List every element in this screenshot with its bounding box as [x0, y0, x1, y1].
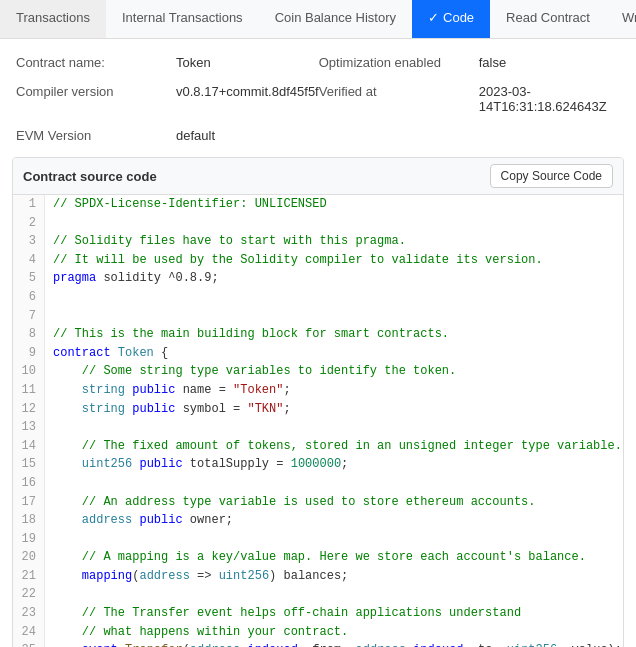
compiler-version-value: v0.8.17+commit.8df45f5f — [176, 82, 319, 116]
code-line: 10 // Some string type variables to iden… — [13, 362, 623, 381]
tabs-bar: Transactions Internal Transactions Coin … — [0, 0, 636, 39]
code-line: 23 // The Transfer event helps off-chain… — [13, 604, 623, 623]
line-number: 23 — [13, 604, 45, 623]
line-content: pragma solidity ^0.8.9; — [45, 269, 623, 288]
line-number: 6 — [13, 288, 45, 307]
code-line: 8// This is the main building block for … — [13, 325, 623, 344]
code-container[interactable]: 1// SPDX-License-Identifier: UNLICENSED2… — [13, 195, 623, 647]
contract-info: Contract name: Token Optimization enable… — [0, 39, 636, 153]
code-line: 4// It will be used by the Solidity comp… — [13, 251, 623, 270]
line-number: 17 — [13, 493, 45, 512]
line-number: 20 — [13, 548, 45, 567]
line-content: // The Transfer event helps off-chain ap… — [45, 604, 623, 623]
line-content: // A mapping is a key/value map. Here we… — [45, 548, 623, 567]
line-number: 4 — [13, 251, 45, 270]
line-content: // what happens within your contract. — [45, 623, 623, 642]
tab-code[interactable]: ✓ Code — [412, 0, 490, 38]
code-line: 16 — [13, 474, 623, 493]
evm-version-label: EVM Version — [16, 126, 176, 145]
line-number: 21 — [13, 567, 45, 586]
line-number: 13 — [13, 418, 45, 437]
line-content: // The fixed amount of tokens, stored in… — [45, 437, 623, 456]
code-line: 25 event Transfer(address indexed _from,… — [13, 641, 623, 647]
line-content: // This is the main building block for s… — [45, 325, 623, 344]
line-number: 16 — [13, 474, 45, 493]
line-content: contract Token { — [45, 344, 623, 363]
line-number: 19 — [13, 530, 45, 549]
line-number: 11 — [13, 381, 45, 400]
code-line: 22 — [13, 585, 623, 604]
line-number: 12 — [13, 400, 45, 419]
tab-internal-transactions[interactable]: Internal Transactions — [106, 0, 259, 38]
source-title: Contract source code — [23, 169, 157, 184]
code-line: 24 // what happens within your contract. — [13, 623, 623, 642]
copy-source-code-button[interactable]: Copy Source Code — [490, 164, 613, 188]
line-content: string public name = "Token"; — [45, 381, 623, 400]
line-number: 18 — [13, 511, 45, 530]
code-line: 5pragma solidity ^0.8.9; — [13, 269, 623, 288]
line-number: 7 — [13, 307, 45, 326]
tab-transactions[interactable]: Transactions — [0, 0, 106, 38]
line-content: // Solidity files have to start with thi… — [45, 232, 623, 251]
tab-read-contract[interactable]: Read Contract — [490, 0, 606, 38]
line-content: // It will be used by the Solidity compi… — [45, 251, 623, 270]
code-line: 18 address public owner; — [13, 511, 623, 530]
line-number: 15 — [13, 455, 45, 474]
line-number: 2 — [13, 214, 45, 233]
source-header: Contract source code Copy Source Code — [13, 158, 623, 195]
line-content: // An address type variable is used to s… — [45, 493, 623, 512]
line-content: // Some string type variables to identif… — [45, 362, 623, 381]
compiler-version-label: Compiler version — [16, 82, 176, 116]
line-content: string public symbol = "TKN"; — [45, 400, 623, 419]
code-line: 1// SPDX-License-Identifier: UNLICENSED — [13, 195, 623, 214]
checkmark-icon: ✓ — [428, 10, 439, 25]
line-number: 3 — [13, 232, 45, 251]
code-line: 14 // The fixed amount of tokens, stored… — [13, 437, 623, 456]
code-line: 12 string public symbol = "TKN"; — [13, 400, 623, 419]
code-line: 6 — [13, 288, 623, 307]
line-number: 8 — [13, 325, 45, 344]
code-line: 9contract Token { — [13, 344, 623, 363]
code-line: 21 mapping(address => uint256) balances; — [13, 567, 623, 586]
verified-at-label: Verified at — [319, 82, 479, 116]
code-line: 19 — [13, 530, 623, 549]
optimization-enabled-label: Optimization enabled — [319, 53, 479, 72]
code-line: 2 — [13, 214, 623, 233]
contract-name-label: Contract name: — [16, 53, 176, 72]
line-content: mapping(address => uint256) balances; — [45, 567, 623, 586]
optimization-enabled-value: false — [479, 53, 620, 72]
line-number: 25 — [13, 641, 45, 647]
code-line: 17 // An address type variable is used t… — [13, 493, 623, 512]
line-number: 1 — [13, 195, 45, 214]
code-line: 15 uint256 public totalSupply = 1000000; — [13, 455, 623, 474]
contract-name-value: Token — [176, 53, 319, 72]
line-number: 24 — [13, 623, 45, 642]
line-number: 10 — [13, 362, 45, 381]
line-number: 5 — [13, 269, 45, 288]
line-content: event Transfer(address indexed _from, ad… — [45, 641, 623, 647]
code-line: 13 — [13, 418, 623, 437]
code-line: 11 string public name = "Token"; — [13, 381, 623, 400]
tab-coin-balance-history[interactable]: Coin Balance History — [259, 0, 412, 38]
tab-write-contract[interactable]: Write Contract — [606, 0, 636, 38]
source-section: Contract source code Copy Source Code 1/… — [12, 157, 624, 647]
code-line: 7 — [13, 307, 623, 326]
line-content: uint256 public totalSupply = 1000000; — [45, 455, 623, 474]
line-number: 22 — [13, 585, 45, 604]
verified-at-value: 2023-03-14T16:31:18.624643Z — [479, 82, 620, 116]
line-content: // SPDX-License-Identifier: UNLICENSED — [45, 195, 623, 214]
line-content: address public owner; — [45, 511, 623, 530]
evm-version-value: default — [176, 126, 319, 145]
code-line: 20 // A mapping is a key/value map. Here… — [13, 548, 623, 567]
line-number: 14 — [13, 437, 45, 456]
code-line: 3// Solidity files have to start with th… — [13, 232, 623, 251]
line-number: 9 — [13, 344, 45, 363]
